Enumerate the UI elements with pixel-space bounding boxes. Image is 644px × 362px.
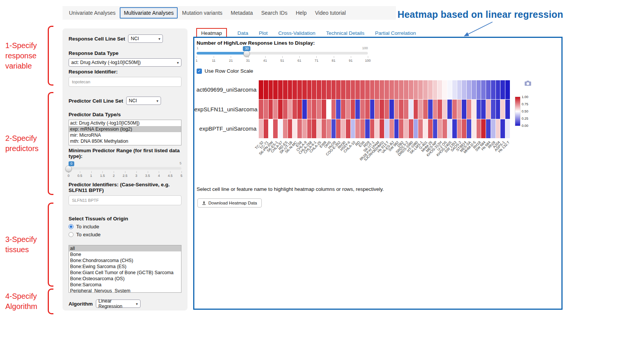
heatmap-cell[interactable]	[327, 100, 331, 119]
response-cell-line-set-select[interactable]: NCI ▾	[128, 34, 163, 43]
heatmap-cell[interactable]	[505, 119, 510, 138]
heatmap-cell[interactable]	[322, 80, 326, 99]
heatmap-cell[interactable]	[278, 100, 283, 119]
heatmap-cell[interactable]	[360, 100, 365, 119]
heatmap-cell[interactable]	[302, 100, 307, 119]
heatmap-cell[interactable]	[269, 80, 273, 99]
heatmap-cell[interactable]	[360, 80, 365, 99]
heatmap-cell[interactable]	[472, 100, 476, 119]
heatmap-cell[interactable]	[370, 80, 375, 99]
heatmap-cell[interactable]	[278, 80, 283, 99]
heatmap-cell[interactable]	[438, 80, 442, 99]
tissue-option[interactable]: Bone:Osteosarcoma (OS)	[69, 276, 181, 282]
nav-tab-search-ids[interactable]: Search IDs	[257, 7, 291, 19]
heatmap-cell[interactable]	[380, 80, 384, 99]
heatmap-cell[interactable]	[404, 119, 408, 138]
heatmap-cell[interactable]	[259, 100, 263, 119]
heatmap-cell[interactable]	[292, 119, 297, 138]
heatmap-cell[interactable]	[438, 100, 442, 119]
heatmap-cell[interactable]	[399, 80, 403, 99]
heatmap-cell[interactable]	[491, 119, 496, 138]
tab-technical-details[interactable]: Technical Details	[326, 30, 364, 36]
heatmap-cell[interactable]	[428, 119, 433, 138]
heatmap-cell[interactable]	[409, 119, 413, 138]
tissue-option[interactable]: all	[69, 245, 181, 251]
tissue-option[interactable]: Bone	[69, 251, 181, 257]
heatmap-cell[interactable]	[351, 119, 355, 138]
heatmap-cell[interactable]	[317, 80, 321, 99]
heatmap-cell[interactable]	[288, 119, 292, 138]
heatmap-cell[interactable]	[278, 119, 283, 138]
heatmap-cell[interactable]	[385, 100, 389, 119]
tissue-exclude-radio-row[interactable]: To exclude	[69, 232, 181, 237]
heatmap-cell[interactable]	[327, 80, 331, 99]
heatmap-cell[interactable]	[273, 80, 278, 99]
heatmap-cell[interactable]	[288, 80, 292, 99]
nav-tab-metadata[interactable]: Metadata	[227, 7, 257, 19]
heatmap-cell[interactable]	[370, 100, 375, 119]
tissue-option[interactable]: Peripheral_Nervous_System	[69, 288, 181, 293]
heatmap-cell[interactable]	[404, 100, 408, 119]
min-predictor-range-slider[interactable]: 5000.511.522.533.544.55	[69, 161, 181, 179]
heatmap-cell[interactable]	[273, 119, 278, 138]
heatmap-cell[interactable]	[477, 119, 481, 138]
heatmap-cell[interactable]	[302, 119, 307, 138]
heatmap-cell[interactable]	[500, 100, 505, 119]
tissue-option[interactable]: Bone:Sarcoma	[69, 282, 181, 288]
algorithm-select[interactable]: Linear Regression ▾	[96, 300, 141, 308]
heatmap-cell[interactable]	[481, 80, 486, 99]
slider-track[interactable]	[69, 167, 181, 170]
predictor-data-type-option[interactable]: exp: mRNA Expression (log2)	[69, 126, 181, 132]
heatmap-cell[interactable]	[433, 80, 438, 99]
heatmap-cell[interactable]	[259, 119, 263, 138]
heatmap-cell[interactable]	[433, 100, 438, 119]
heatmap-cell[interactable]	[336, 119, 341, 138]
heatmap-cell[interactable]	[389, 119, 394, 138]
response-data-type-select[interactable]: act: Drug Activity (-log10[IC50M]) ▾	[69, 58, 181, 67]
heatmap-row-label[interactable]: expSLFN11_uniSarcoma	[194, 106, 256, 112]
nav-tab-mutation-variants[interactable]: Mutation variants	[178, 7, 227, 19]
heatmap-cell[interactable]	[292, 80, 297, 99]
heatmap-cell[interactable]	[481, 100, 486, 119]
heatmap-cell[interactable]	[404, 80, 408, 99]
heatmap-cell[interactable]	[355, 80, 360, 99]
heatmap-cell[interactable]	[442, 119, 447, 138]
heatmap-cell[interactable]	[264, 100, 268, 119]
tissue-list[interactable]: allBoneBone:Chondrosarcoma (CHS)Bone:Ewi…	[69, 245, 181, 293]
heatmap-cell[interactable]	[307, 80, 312, 99]
heatmap-cell[interactable]	[312, 119, 316, 138]
heatmap-cell[interactable]	[341, 80, 345, 99]
heatmap-cell[interactable]	[486, 80, 491, 99]
heatmap-row-label[interactable]: act609699_uniSarcoma	[194, 86, 256, 93]
tissue-option[interactable]: Bone:Giant Cell Tumor of Bone (GCTB) Sar…	[69, 270, 181, 276]
heatmap-cell[interactable]	[264, 80, 268, 99]
tissue-option[interactable]: Bone:Ewing Sarcoma (ES)	[69, 264, 181, 270]
heatmap-cell[interactable]	[375, 100, 379, 119]
heatmap-cell[interactable]	[346, 100, 350, 119]
heatmap-cell[interactable]	[457, 119, 462, 138]
heatmap-cell[interactable]	[346, 119, 350, 138]
heatmap-cell[interactable]	[452, 119, 457, 138]
heatmap-cell[interactable]	[394, 80, 399, 99]
heatmap-cell[interactable]	[355, 119, 360, 138]
heatmap-cell[interactable]	[496, 100, 500, 119]
predictor-data-type-option[interactable]: act: Drug Activity (-log10[IC50M])	[69, 120, 181, 126]
heatmap-cell[interactable]	[399, 119, 403, 138]
heatmap-cell[interactable]	[447, 80, 452, 99]
to-include-radio[interactable]	[69, 224, 73, 229]
heatmap-cell[interactable]	[322, 119, 326, 138]
heatmap-cell[interactable]	[385, 119, 389, 138]
heatmap-cell[interactable]	[341, 100, 345, 119]
tab-cross-validation[interactable]: Cross-Validation	[278, 30, 316, 36]
heatmap-cell[interactable]	[457, 100, 462, 119]
heatmap-cell[interactable]	[491, 80, 496, 99]
heatmap-cell[interactable]	[442, 100, 447, 119]
heatmap-cell[interactable]	[423, 119, 428, 138]
heatmap-cell[interactable]	[288, 100, 292, 119]
response-identifier-input[interactable]	[69, 77, 181, 87]
predictor-data-type-option[interactable]: mth: DNA 850K Methylation	[69, 138, 181, 144]
heatmap-cell[interactable]	[496, 119, 500, 138]
heatmap-cell[interactable]	[331, 100, 336, 119]
heatmap-cell[interactable]	[365, 80, 370, 99]
heatmap-cell[interactable]	[365, 119, 370, 138]
